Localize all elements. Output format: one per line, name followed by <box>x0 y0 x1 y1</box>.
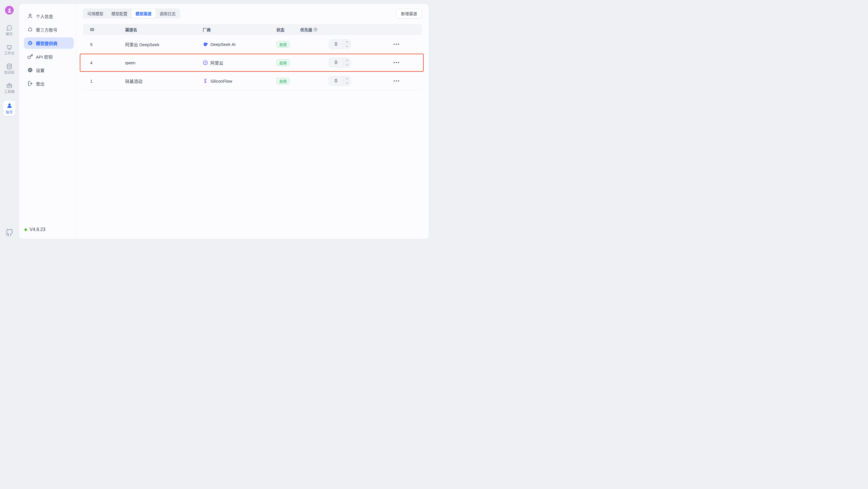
vendor-label: SiliconFlow <box>210 78 232 84</box>
sidebar-menu: 个人信息 第三方账号 <box>19 4 76 89</box>
stepper-up-button[interactable] <box>343 76 350 81</box>
tab-bar: 可用模型 模型配置 模型渠道 调用日志 <box>83 9 180 19</box>
rail-item-toolbox[interactable]: 工具箱 <box>0 83 19 94</box>
rail-item-knowledge-base[interactable]: 知识库 <box>0 63 19 74</box>
siliconflow-logo-icon <box>203 78 208 84</box>
cell-id: 1 <box>90 72 92 90</box>
rail-item-label: 工作台 <box>4 52 14 55</box>
user-avatar[interactable] <box>4 5 14 15</box>
app-version: V4.8.23 <box>24 227 45 232</box>
version-label: V4.8.23 <box>30 227 45 232</box>
cell-priority: 0 <box>329 35 351 53</box>
sidebar-item-label: 设置 <box>36 67 44 73</box>
table-row: 5 阿里云 DeepSeek DeepSeek AI 启用 <box>83 35 422 53</box>
tab-label: 模型配置 <box>112 11 127 17</box>
table-header: ID 渠道名 厂商 状态 优先级 <box>83 24 422 35</box>
chevron-down-icon <box>346 45 348 47</box>
tab-model-config[interactable]: 模型配置 <box>107 9 131 18</box>
cell-vendor: DeepSeek AI <box>203 35 236 53</box>
chevron-up-icon <box>346 78 348 79</box>
tab-model-channels[interactable]: 模型渠道 <box>131 9 156 18</box>
sidebar-item-logout[interactable]: 登出 <box>24 78 74 89</box>
qwen-logo-icon <box>203 60 208 65</box>
priority-header-label: 优先级 <box>300 27 312 32</box>
sidebar-item-label: 个人信息 <box>36 13 53 19</box>
question-circle-icon[interactable] <box>313 28 317 32</box>
rail-item-label: 聊天 <box>6 32 12 36</box>
user-filled-icon <box>6 102 12 109</box>
key-icon <box>27 54 33 59</box>
account-sidebar: 个人信息 第三方账号 <box>19 4 76 239</box>
toolbox-icon <box>6 83 12 89</box>
sidebar-item-third-party-accounts[interactable]: 第三方账号 <box>24 24 74 35</box>
cell-priority: 0 <box>329 53 351 72</box>
add-channel-button[interactable]: 新增渠道 <box>396 9 422 19</box>
row-actions-button[interactable] <box>392 53 400 72</box>
model-sphere-icon <box>27 40 33 46</box>
deepseek-whale-icon <box>203 42 208 47</box>
tab-label: 模型渠道 <box>135 11 152 17</box>
priority-input[interactable]: 0 <box>329 40 343 49</box>
cell-id: 4 <box>90 53 92 72</box>
cell-status: 启用 <box>276 53 290 72</box>
github-link[interactable] <box>5 229 13 237</box>
column-header-id: ID <box>90 24 94 35</box>
rail-item-account[interactable]: 账号 <box>3 101 16 116</box>
account-panel: 个人信息 第三方账号 <box>19 3 429 239</box>
stepper-down-button[interactable] <box>343 44 350 49</box>
sidebar-item-api-keys[interactable]: API 密钥 <box>24 51 74 62</box>
priority-input[interactable]: 0 <box>329 58 343 67</box>
cell-channel-name: qwen <box>125 53 135 72</box>
cell-vendor: 阿里云 <box>203 53 223 72</box>
stepper-down-button[interactable] <box>343 81 350 86</box>
database-icon <box>6 63 12 70</box>
sidebar-item-label: 模型提供商 <box>36 40 57 46</box>
stepper-up-button[interactable] <box>343 40 350 44</box>
priority-input[interactable]: 0 <box>329 76 343 86</box>
sidebar-item-personal-info[interactable]: 个人信息 <box>24 10 74 22</box>
cell-channel-name: 硅基流动 <box>125 72 143 90</box>
priority-stepper: 0 <box>329 58 351 67</box>
gear-icon <box>27 67 33 73</box>
channels-table: ID 渠道名 厂商 状态 优先级 5 <box>83 24 422 90</box>
cell-status: 启用 <box>276 72 290 90</box>
rail-item-label: 工具箱 <box>4 90 14 94</box>
tab-call-logs[interactable]: 调用日志 <box>156 9 180 18</box>
rail-item-workbench[interactable]: 工作台 <box>0 44 19 55</box>
vendor-label: DeepSeek AI <box>210 42 236 47</box>
rail-item-chat[interactable]: 聊天 <box>0 25 19 36</box>
stepper-up-button[interactable] <box>343 58 350 63</box>
cell-channel-name: 阿里云 DeepSeek <box>125 35 159 53</box>
sidebar-item-settings[interactable]: 设置 <box>24 64 74 76</box>
sidebar-item-model-providers[interactable]: 模型提供商 <box>24 37 74 49</box>
column-header-channel-name: 渠道名 <box>125 24 137 35</box>
chat-bubble-icon <box>6 25 12 31</box>
row-actions-button[interactable] <box>392 35 400 53</box>
logout-icon <box>27 80 33 86</box>
chevron-down-icon <box>346 64 348 66</box>
ellipsis-icon <box>393 62 400 63</box>
cell-vendor: SiliconFlow <box>203 72 232 90</box>
chevron-down-icon <box>346 83 348 84</box>
status-badge: 启用 <box>276 41 290 47</box>
tab-available-models[interactable]: 可用模型 <box>83 9 107 18</box>
stepper-down-button[interactable] <box>343 63 350 67</box>
status-badge: 启用 <box>276 78 290 85</box>
priority-stepper: 0 <box>329 76 351 86</box>
cell-priority: 0 <box>329 72 351 90</box>
share-network-icon <box>27 27 33 32</box>
tab-label: 调用日志 <box>160 11 176 17</box>
rail-item-label: 知识库 <box>4 71 14 74</box>
user-outline-icon <box>27 13 33 19</box>
table-row: 1 硅基流动 SiliconFlow 启用 0 <box>83 72 422 90</box>
sidebar-item-label: 第三方账号 <box>36 27 57 33</box>
table-row: 4 qwen 阿里云 启用 0 <box>83 53 422 72</box>
ellipsis-icon <box>393 43 400 45</box>
sidebar-item-label: 登出 <box>36 80 44 87</box>
row-actions-button[interactable] <box>392 72 400 90</box>
user-icon <box>7 7 12 13</box>
cell-status: 启用 <box>276 35 290 53</box>
column-header-vendor: 厂商 <box>203 24 211 35</box>
robot-icon <box>6 44 12 51</box>
ellipsis-icon <box>393 80 400 82</box>
